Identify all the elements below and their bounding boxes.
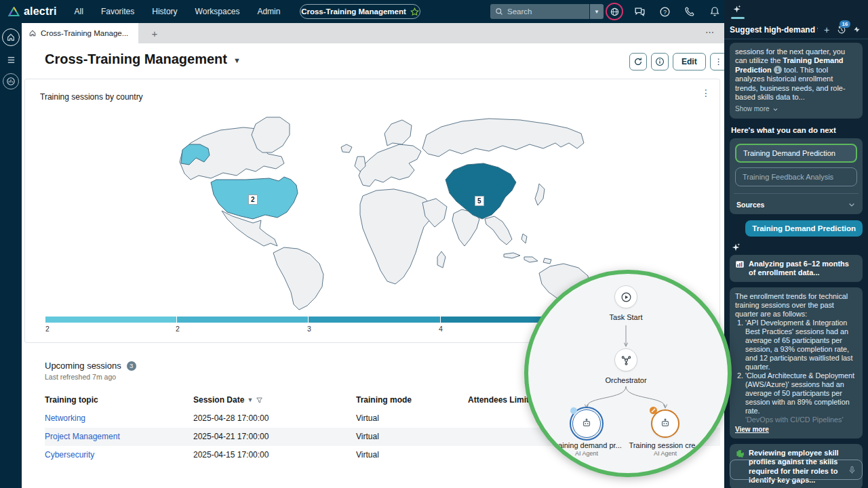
nav-item-all[interactable]: All — [75, 7, 83, 16]
nav-item-favorites[interactable]: Favorites — [101, 7, 134, 16]
session-date-cell: 2025-04-21 17:00:00 — [193, 432, 349, 441]
active-tab-indicator — [731, 17, 745, 19]
topic-link[interactable]: Networking — [45, 413, 187, 423]
svg-text:?: ? — [663, 8, 667, 15]
sessions-title: Upcoming sessions — [45, 361, 121, 371]
legend-tick: 4 — [439, 325, 443, 333]
legend-tick: 2 — [45, 325, 50, 333]
col-training-mode[interactable]: Training mode — [356, 395, 458, 405]
training-mode-cell: Virtual — [356, 413, 458, 423]
legend-tick: 3 — [307, 325, 311, 333]
context-pill-label: Cross-Training Management — [301, 7, 406, 16]
sessions-refreshed-label: Last refreshed 7m ago — [45, 373, 116, 381]
report-chart-icon — [735, 260, 745, 269]
suggestions-card: Training Demand Prediction Training Feed… — [730, 138, 863, 214]
globe-icon[interactable] — [606, 3, 623, 20]
mic-icon[interactable] — [848, 466, 856, 474]
suggestion-training-demand-prediction[interactable]: Training Demand Prediction — [735, 144, 857, 163]
sessions-count-badge: 3 — [127, 361, 136, 371]
legend-seg-2 — [177, 317, 308, 323]
workflow-magnifier: Task Start Orchestrator Training demand … — [524, 270, 732, 477]
history-button[interactable]: 16 — [835, 24, 848, 36]
puzzle-icon — [735, 449, 745, 458]
user-message: Training Demand Prediction — [745, 220, 863, 237]
panel-toggle-icon[interactable] — [850, 24, 863, 36]
edit-button[interactable]: Edit — [673, 53, 706, 70]
agent-status-dot — [570, 407, 577, 414]
tab-cross-training[interactable]: Cross-Training Manage... — [22, 23, 138, 43]
brand-logo[interactable]: alectri — [8, 5, 57, 18]
view-more-link[interactable]: View more — [735, 426, 769, 434]
assistant-message: sessions for the next quarter, you can u… — [730, 43, 863, 119]
top-nav-menu: All Favorites History Workspaces Admin — [75, 7, 281, 16]
help-icon[interactable]: ? — [656, 3, 673, 20]
play-icon — [620, 291, 632, 303]
sort-caret-icon[interactable]: ▼ — [247, 396, 253, 403]
legend-tick: 2 — [176, 325, 180, 333]
sources-label: Sources — [736, 201, 764, 209]
analytics-globe-icon[interactable] — [3, 73, 19, 89]
info-button[interactable] — [651, 53, 669, 70]
chat-input[interactable] — [730, 460, 863, 480]
page-title: Cross-Training Management — [45, 52, 227, 67]
tab-overflow-button[interactable]: ⋯ — [705, 27, 715, 37]
history-count-badge: 16 — [840, 20, 850, 28]
star-icon[interactable] — [410, 7, 419, 16]
status-message: Analyzing past 6–12 months of enrollment… — [730, 255, 863, 283]
legend-seg-3 — [309, 317, 439, 323]
search-placeholder: Search — [507, 7, 532, 16]
search-scope-dropdown[interactable]: ▼ — [590, 4, 604, 19]
map-card-title: Training sessions by country — [40, 92, 143, 102]
task-start-label: Task Start — [592, 313, 660, 321]
topic-link[interactable]: Cybersecurity — [45, 450, 187, 460]
orchestrator-icon — [620, 354, 632, 366]
conversation-body: sessions for the next quarter, you can u… — [724, 39, 868, 488]
search-input[interactable]: Search — [490, 4, 589, 19]
orchestrator-node[interactable] — [614, 348, 637, 371]
brand-name: alectri — [24, 5, 57, 18]
agent-status-badge — [650, 407, 657, 414]
ai-agent-icon — [659, 418, 671, 430]
home-icon[interactable] — [2, 28, 20, 46]
nav-item-workspaces[interactable]: Workspaces — [195, 7, 240, 16]
col-session-date[interactable]: Session Date ▼ — [193, 395, 349, 405]
tab-label: Cross-Training Manage... — [41, 29, 128, 37]
task-start-node[interactable] — [614, 285, 637, 308]
tab-home-icon — [28, 29, 37, 37]
orchestrator-label: Orchestrator — [592, 376, 660, 384]
chat-icon[interactable] — [631, 3, 648, 20]
refresh-button[interactable] — [629, 53, 647, 70]
title-dropdown-caret[interactable]: ▼ — [233, 56, 241, 64]
suggestion-training-feedback-analysis[interactable]: Training Feedback Analysis — [735, 167, 857, 186]
tab-bar: Cross-Training Manage... + ⋯ — [22, 23, 724, 43]
phone-icon[interactable] — [681, 3, 698, 20]
new-conversation-button[interactable]: + — [821, 24, 833, 36]
session-date-cell: 2025-04-28 17:00:00 — [193, 413, 349, 423]
context-pill[interactable]: Cross-Training Management — [300, 4, 420, 19]
map-card-kebab-button[interactable]: ⋮ — [701, 89, 711, 98]
citation-badge[interactable]: 1 — [774, 66, 782, 74]
panel-tabstrip — [724, 0, 868, 20]
new-tab-button[interactable]: + — [148, 26, 161, 40]
col-session-date-label: Session Date — [193, 395, 244, 405]
topic-link[interactable]: Project Management — [45, 432, 187, 441]
nav-item-admin[interactable]: Admin — [257, 7, 280, 16]
result-lead: The enrollment trends for technical trai… — [735, 292, 857, 319]
search-icon — [495, 7, 503, 16]
panel-header: Suggest high-demand tr... + 16 — [724, 20, 868, 39]
sparkle-tab-icon[interactable] — [732, 5, 741, 14]
nav-item-history[interactable]: History — [152, 7, 177, 16]
show-more-link[interactable]: Show more — [735, 105, 857, 113]
sources-toggle[interactable]: Sources — [735, 199, 857, 209]
filter-icon[interactable] — [256, 396, 263, 404]
map-value-china: 5 — [475, 196, 484, 206]
next-steps-heading: Here's what you can do next — [731, 126, 861, 134]
status-message-text: Analyzing past 6–12 months of enrollment… — [749, 260, 857, 278]
show-more-label: Show more — [735, 105, 770, 113]
col-training-topic[interactable]: Training topic — [45, 395, 187, 405]
agent-node-training-demand[interactable] — [572, 409, 601, 438]
bell-icon[interactable] — [706, 3, 724, 20]
left-rail — [0, 23, 22, 488]
list-menu-icon[interactable] — [3, 52, 19, 68]
map-country-china — [446, 163, 516, 219]
